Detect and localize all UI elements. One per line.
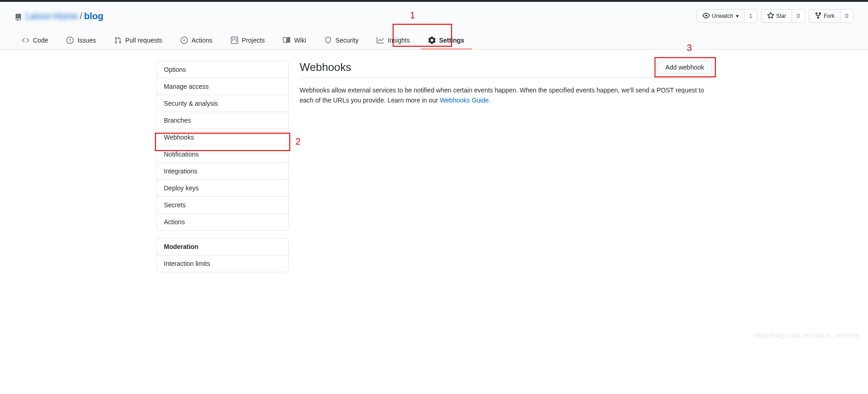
tab-pull-requests[interactable]: Pull requests [107,32,170,49]
repo-tabs: Code Issues Pull requests Actions Projec… [15,32,853,49]
fork-icon [815,11,822,21]
graph-icon [377,37,384,44]
sidebar-item-deploy-keys[interactable]: Deploy keys [157,180,288,197]
tab-issues[interactable]: Issues [59,32,103,49]
repo-separator: / [80,11,83,22]
repo-header: Lance-Home / blog Unwatch ▾ 1 Star 0 [0,2,868,50]
watch-count[interactable]: 1 [745,9,757,23]
sidebar-heading-moderation: Moderation [157,238,288,255]
webhooks-guide-link[interactable]: Webhooks Guide [440,97,489,104]
repo-actions: Unwatch ▾ 1 Star 0 Fork 0 [697,9,853,23]
tab-label: Projects [242,37,265,44]
shield-icon [325,37,332,44]
star-count[interactable]: 0 [792,9,805,23]
tab-actions[interactable]: Actions [173,32,220,49]
tab-label: Wiki [294,37,306,44]
play-icon [181,37,188,44]
panel-subhead: Webhooks Add webhook [300,61,712,78]
repo-icon [15,11,22,22]
tab-label: Security [335,37,359,44]
book-icon [283,37,290,44]
sidebar-item-secrets[interactable]: Secrets [157,197,288,214]
tab-label: Actions [192,37,213,44]
repo-title: Lance-Home / blog [15,11,103,22]
unwatch-button[interactable]: Unwatch ▾ [697,9,745,23]
issue-icon [66,37,74,44]
tab-settings[interactable]: Settings [421,32,472,49]
dropdown-caret-icon: ▾ [736,11,739,21]
star-icon [767,11,774,21]
tab-code[interactable]: Code [15,32,55,49]
tab-projects[interactable]: Projects [224,32,272,49]
fork-count[interactable]: 0 [841,9,853,23]
tab-label: Issues [77,37,96,44]
moderation-menu: Moderation Interaction limits [156,238,289,272]
tab-label: Insights [388,37,410,44]
project-icon [231,37,238,44]
star-control: Star 0 [761,9,805,23]
tab-label: Pull requests [125,37,162,44]
fork-label: Fork [824,11,835,21]
tab-label: Settings [439,37,464,44]
settings-content: Options Manage access Security & analysi… [142,50,727,291]
desc-text: Webhooks allow external services to be n… [300,86,704,104]
star-button[interactable]: Star [761,9,792,23]
webhooks-description: Webhooks allow external services to be n… [300,85,712,106]
sidebar-item-notifications[interactable]: Notifications [157,146,288,163]
fork-button[interactable]: Fork [809,9,841,23]
repo-owner-link[interactable]: Lance-Home [26,11,78,22]
sidebar-item-options[interactable]: Options [157,61,288,78]
sidebar-item-actions[interactable]: Actions [157,214,288,230]
tab-security[interactable]: Security [317,32,366,49]
sidebar-item-integrations[interactable]: Integrations [157,163,288,180]
sidebar-item-webhooks[interactable]: Webhooks [157,129,288,146]
star-label: Star [776,11,786,21]
watch-control: Unwatch ▾ 1 [697,9,757,23]
fork-control: Fork 0 [809,9,853,23]
sidebar-item-interaction-limits[interactable]: Interaction limits [157,255,288,272]
code-icon [22,37,29,44]
page-title: Webhooks [300,61,351,74]
eye-icon [703,11,710,21]
tab-wiki[interactable]: Wiki [276,32,313,49]
tab-label: Code [33,37,48,44]
settings-menu: Options Manage access Security & analysi… [156,61,289,231]
sidebar-item-manage-access[interactable]: Manage access [157,78,288,95]
gear-icon [428,37,436,44]
add-webhook-button[interactable]: Add webhook [658,61,712,74]
pr-icon [114,37,122,44]
repo-name-link[interactable]: blog [84,11,103,22]
sidebar-item-branches[interactable]: Branches [157,112,288,129]
webhooks-panel: Webhooks Add webhook Webhooks allow exte… [300,61,712,280]
settings-sidebar: Options Manage access Security & analysi… [156,61,289,280]
tab-insights[interactable]: Insights [369,32,417,49]
watch-label: Unwatch [712,11,733,21]
sidebar-item-security-analysis[interactable]: Security & analysis [157,95,288,112]
desc-suffix: . [489,97,490,104]
